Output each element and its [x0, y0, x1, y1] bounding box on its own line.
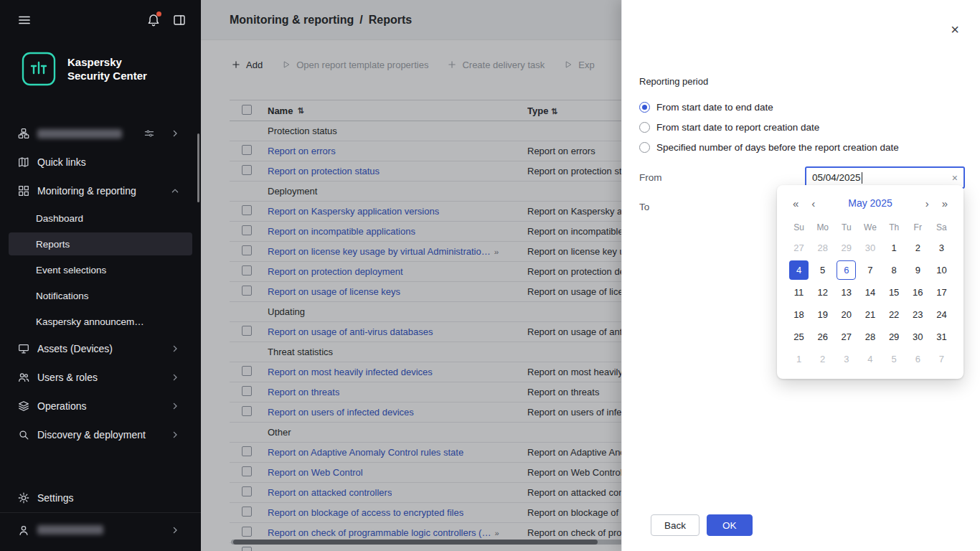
report-link[interactable]: Report on users of infected devices	[268, 407, 414, 418]
menu-icon[interactable]	[17, 13, 32, 27]
report-link[interactable]: Report on Web Control	[268, 467, 363, 478]
calendar-day[interactable]: 1	[787, 348, 811, 370]
prev-year-icon[interactable]: «	[790, 197, 801, 209]
calendar-day[interactable]: 1	[882, 237, 906, 259]
sort-icon[interactable]: ⇅	[551, 107, 557, 116]
row-checkbox[interactable]	[242, 265, 252, 276]
report-link[interactable]: Report on protection deployment	[268, 266, 403, 277]
report-link[interactable]: Report on errors	[268, 146, 336, 156]
row-checkbox[interactable]	[242, 547, 252, 551]
row-checkbox[interactable]	[242, 326, 252, 336]
select-all-checkbox[interactable]	[242, 105, 252, 115]
calendar-day[interactable]: 3	[834, 348, 858, 370]
calendar-day[interactable]: 16	[906, 281, 930, 303]
column-header-name[interactable]: Name	[268, 105, 293, 116]
report-link[interactable]: Report on license key usage by virtual A…	[268, 246, 491, 257]
calendar-day[interactable]: 17	[930, 281, 953, 303]
calendar-month-title[interactable]: May 2025	[818, 197, 922, 209]
column-header-type[interactable]: Type	[527, 105, 548, 116]
report-link[interactable]: Report on blockage of access to encrypte…	[268, 507, 463, 518]
back-button[interactable]: Back	[651, 514, 699, 536]
calendar-day[interactable]: 9	[906, 259, 930, 281]
sidebar-item-discovery-deployment[interactable]: Discovery & deployment	[0, 420, 201, 449]
report-link[interactable]: Report on usage of license keys	[268, 286, 400, 297]
sidebar-item-operations[interactable]: Operations	[0, 392, 201, 420]
calendar-day[interactable]: 22	[882, 303, 906, 326]
calendar-day[interactable]: 4	[858, 348, 882, 370]
calendar-day[interactable]: 20	[834, 303, 858, 326]
breadcrumb-item[interactable]: Monitoring & reporting	[230, 14, 354, 27]
report-link[interactable]: Report on Kaspersky application versions	[268, 206, 439, 217]
calendar-day[interactable]: 2	[811, 348, 834, 370]
calendar-day[interactable]: 2	[906, 237, 930, 259]
calendar-day[interactable]: 5	[882, 348, 906, 370]
calendar-day[interactable]: 24	[930, 303, 953, 326]
sidebar-item-reports[interactable]: Reports	[9, 232, 192, 255]
report-link[interactable]: Report on incompatible applications	[268, 226, 415, 237]
calendar-day[interactable]: 21	[858, 303, 882, 326]
row-checkbox[interactable]	[242, 466, 252, 476]
sidebar-item-settings[interactable]: Settings	[0, 484, 201, 512]
expand-icon[interactable]: ››	[494, 248, 498, 256]
row-checkbox[interactable]	[242, 205, 252, 215]
report-link[interactable]: Report on attacked controllers	[268, 487, 392, 498]
calendar-day[interactable]: 8	[882, 259, 906, 281]
calendar-day[interactable]: 18	[787, 303, 811, 326]
radio-option-0[interactable]: From start date to end date	[639, 97, 965, 117]
next-year-icon[interactable]: »	[939, 197, 951, 209]
calendar-day[interactable]: 31	[930, 326, 953, 348]
calendar-day[interactable]: 23	[906, 303, 930, 326]
report-link[interactable]: Report on threats	[268, 387, 339, 397]
report-link[interactable]: Report on protection status	[268, 166, 380, 176]
sliders-icon[interactable]	[143, 128, 155, 139]
row-checkbox[interactable]	[242, 446, 252, 456]
radio-option-2[interactable]: Specified number of days before the repo…	[639, 137, 965, 157]
row-checkbox[interactable]	[242, 225, 252, 235]
calendar-day[interactable]: 13	[834, 281, 858, 303]
ok-button[interactable]: OK	[707, 514, 753, 536]
scrollbar-thumb[interactable]	[233, 540, 598, 545]
close-icon[interactable]: ×	[946, 20, 964, 39]
row-checkbox[interactable]	[242, 286, 252, 296]
calendar-day[interactable]: 26	[811, 326, 834, 348]
report-link[interactable]: Report on Adaptive Anomaly Control rules…	[268, 447, 463, 458]
calendar-day[interactable]: 30	[906, 326, 930, 348]
calendar-day[interactable]: 28	[811, 237, 834, 259]
calendar-day[interactable]: 11	[787, 281, 811, 303]
calendar-day[interactable]: 28	[858, 326, 882, 348]
report-link[interactable]: Report on check of programmable logic co…	[268, 527, 491, 538]
calendar-day[interactable]: 12	[811, 281, 834, 303]
calendar-day[interactable]: 6	[906, 348, 930, 370]
row-checkbox[interactable]	[242, 366, 252, 376]
row-checkbox[interactable]	[242, 245, 252, 255]
sidebar-item-server[interactable]	[0, 119, 201, 148]
sidebar-item-dashboard[interactable]: Dashboard	[0, 205, 201, 231]
sidebar-item-quick-links[interactable]: Quick links	[0, 148, 201, 176]
calendar-day[interactable]: 7	[930, 348, 953, 370]
sidebar-item-user[interactable]	[0, 512, 201, 547]
expand-icon[interactable]: ››	[494, 529, 498, 537]
sidebar-scrollbar[interactable]	[197, 133, 199, 202]
row-checkbox[interactable]	[242, 386, 252, 396]
calendar-day[interactable]: 4	[787, 259, 811, 281]
calendar-day[interactable]: 29	[882, 326, 906, 348]
calendar-day[interactable]: 27	[834, 326, 858, 348]
calendar-day[interactable]: 30	[858, 237, 882, 259]
calendar-day[interactable]: 5	[811, 259, 834, 281]
chevron-right-icon[interactable]	[169, 128, 181, 139]
calendar-day[interactable]: 10	[930, 259, 953, 281]
row-checkbox[interactable]	[242, 145, 252, 155]
report-link[interactable]: Report on most heavily infected devices	[268, 367, 433, 377]
next-month-icon[interactable]: ›	[923, 197, 932, 209]
row-checkbox[interactable]	[242, 527, 252, 537]
report-link[interactable]: Report on usage of anti-virus databases	[268, 326, 433, 337]
row-checkbox[interactable]	[242, 406, 252, 416]
calendar-day[interactable]: 3	[930, 237, 953, 259]
radio-option-1[interactable]: From start date to report creation date	[639, 117, 965, 137]
calendar-day[interactable]: 15	[882, 281, 906, 303]
row-checkbox[interactable]	[242, 507, 252, 517]
prev-month-icon[interactable]: ‹	[809, 197, 818, 209]
sidebar-item-kaspersky-announcem[interactable]: Kaspersky announcem…	[0, 309, 201, 334]
sidebar-item-notifications[interactable]: Notifications	[0, 283, 201, 309]
sidebar-item-monitoring-reporting[interactable]: Monitoring & reporting	[0, 176, 201, 205]
